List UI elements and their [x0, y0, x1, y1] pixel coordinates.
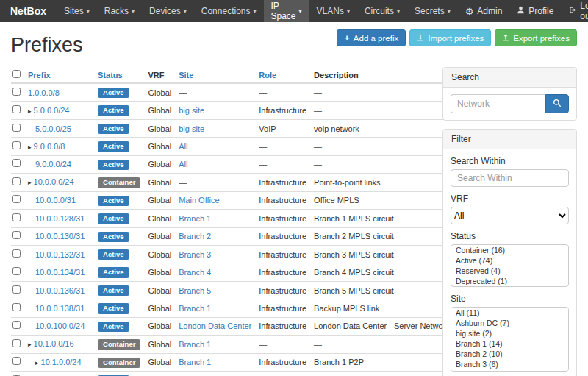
- row-checkbox[interactable]: [12, 267, 21, 275]
- listbox-option[interactable]: Reserved (4): [451, 266, 568, 276]
- column-header-prefix[interactable]: Prefix: [28, 71, 51, 79]
- status-badge: Active: [98, 160, 129, 170]
- search-input[interactable]: [451, 94, 545, 113]
- site-link[interactable]: Branch 1: [179, 214, 211, 223]
- role-cell: VoIP: [255, 119, 310, 137]
- row-checkbox[interactable]: [12, 177, 21, 185]
- nav-item-vlans[interactable]: VLANs▾: [309, 0, 357, 22]
- site-listbox[interactable]: All (11)Ashburn DC (7)big site (2)Branch…: [451, 307, 569, 372]
- brand-link[interactable]: NetBox: [0, 0, 57, 22]
- column-header-role[interactable]: Role: [259, 71, 276, 79]
- navbar: NetBox Sites▾Racks▾Devices▾Connections▾I…: [0, 0, 588, 22]
- row-checkbox[interactable]: [12, 159, 21, 167]
- export-prefixes-button[interactable]: Export prefixes: [495, 29, 577, 46]
- row-checkbox[interactable]: [12, 141, 21, 149]
- listbox-option[interactable]: Deprecated (1): [451, 276, 568, 286]
- search-within-input[interactable]: [451, 169, 569, 187]
- listbox-option[interactable]: Branch 4 (12): [451, 369, 568, 372]
- prefix-link[interactable]: 10.0.100.0/24: [35, 322, 85, 330]
- nav-item-ip-space[interactable]: IP Space▾: [264, 0, 309, 22]
- site-link[interactable]: London Data Center: [179, 322, 251, 330]
- nav-logout[interactable]: Log out: [561, 0, 588, 22]
- prefix-link[interactable]: 9.0.0.0/24: [35, 160, 71, 169]
- prefix-link[interactable]: 9.0.0.0/8: [34, 142, 65, 151]
- nav-item-circuits[interactable]: Circuits▾: [357, 0, 407, 22]
- site-link[interactable]: Branch 5: [179, 286, 211, 295]
- site-link[interactable]: Branch 2: [179, 232, 211, 241]
- table-row: ▸10.1.0.0/25 Active Global Branch 1 — —: [11, 372, 453, 376]
- select-all-checkbox[interactable]: [12, 70, 21, 78]
- caret-down-icon: ▾: [132, 8, 135, 15]
- listbox-option[interactable]: Ashburn DC (7): [451, 318, 568, 328]
- site-link[interactable]: Main Office: [179, 196, 219, 205]
- description-cell: —: [310, 102, 453, 119]
- role-cell: —: [255, 372, 310, 376]
- prefix-link[interactable]: 5.0.0.0/24: [34, 106, 70, 115]
- prefix-link[interactable]: 10.0.0.128/31: [35, 214, 85, 223]
- site-link[interactable]: Branch 1: [179, 304, 211, 313]
- column-header-site[interactable]: Site: [179, 71, 193, 79]
- nav-item-label: Connections: [201, 6, 251, 16]
- site-link[interactable]: Branch 3: [179, 250, 211, 259]
- site-link[interactable]: big site: [179, 106, 204, 115]
- site-cell: Branch 5: [175, 281, 255, 299]
- row-checkbox[interactable]: [12, 124, 21, 132]
- prefix-link[interactable]: 10.0.0.134/31: [35, 268, 85, 277]
- row-checkbox[interactable]: [12, 303, 21, 311]
- table-row: 10.0.0.136/31 Active Global Branch 5 Inf…: [11, 281, 453, 299]
- prefix-link[interactable]: 10.0.0.0/31: [35, 196, 76, 205]
- site-cell: Main Office: [175, 191, 255, 209]
- site-link[interactable]: All: [179, 142, 187, 151]
- import-prefixes-button[interactable]: Import prefixes: [409, 29, 491, 46]
- site-link[interactable]: All: [179, 160, 187, 169]
- nav-item-label: Circuits: [365, 6, 394, 16]
- listbox-option[interactable]: Branch 1 (14): [451, 338, 568, 349]
- nav-item-secrets[interactable]: Secrets▾: [407, 0, 458, 22]
- row-checkbox[interactable]: [12, 285, 21, 294]
- nav-item-connections[interactable]: Connections▾: [194, 0, 264, 22]
- status-listbox[interactable]: Container (16)Active (74)Reserved (4)Dep…: [451, 244, 569, 287]
- site-link[interactable]: Branch 4: [179, 268, 211, 277]
- listbox-option[interactable]: Active (74): [451, 255, 568, 266]
- listbox-option[interactable]: All (11): [451, 308, 568, 318]
- vrf-select[interactable]: All: [451, 207, 569, 224]
- listbox-option[interactable]: Branch 3 (6): [451, 359, 568, 369]
- status-badge: Container: [98, 339, 140, 350]
- search-button[interactable]: [545, 94, 569, 113]
- column-header-status[interactable]: Status: [98, 71, 123, 79]
- site-link[interactable]: Branch 1: [179, 358, 211, 366]
- description-cell: Branch 3 MPLS circuit: [310, 245, 453, 263]
- nav-item-sites[interactable]: Sites▾: [57, 0, 97, 22]
- row-checkbox[interactable]: [12, 195, 21, 203]
- row-checkbox[interactable]: [12, 213, 21, 221]
- listbox-option[interactable]: Branch 2 (10): [451, 349, 568, 359]
- site-link[interactable]: big site: [179, 124, 204, 133]
- listbox-option[interactable]: Container (16): [451, 245, 568, 255]
- prefix-link[interactable]: 10.0.0.136/31: [35, 286, 85, 295]
- prefix-link[interactable]: 10.1.0.0/24: [41, 358, 82, 366]
- vrf-label: VRF: [451, 194, 569, 204]
- vrf-cell: Global: [144, 336, 175, 353]
- prefix-link[interactable]: 5.0.0.0/25: [35, 124, 71, 133]
- site-link[interactable]: Branch 1: [179, 340, 211, 349]
- prefix-link[interactable]: 10.1.0.0/16: [34, 339, 74, 348]
- row-checkbox[interactable]: [12, 249, 21, 258]
- nav-profile[interactable]: Profile: [509, 0, 561, 22]
- prefix-link[interactable]: 10.0.0.130/31: [35, 232, 85, 241]
- row-checkbox[interactable]: [12, 339, 21, 347]
- row-checkbox[interactable]: [12, 231, 21, 239]
- row-checkbox[interactable]: [12, 321, 21, 329]
- nav-item-devices[interactable]: Devices▾: [142, 0, 194, 22]
- nav-item-racks[interactable]: Racks▾: [97, 0, 142, 22]
- prefix-link[interactable]: 1.0.0.0/8: [28, 88, 60, 97]
- row-checkbox[interactable]: [12, 88, 21, 96]
- prefix-link[interactable]: 10.0.0.132/31: [35, 250, 85, 259]
- listbox-option[interactable]: big site (2): [451, 328, 568, 338]
- prefix-link[interactable]: 10.0.0.138/31: [35, 304, 85, 313]
- row-checkbox[interactable]: [12, 105, 21, 113]
- add-prefix-button[interactable]: + Add a prefix: [337, 29, 406, 46]
- import-prefixes-label: Import prefixes: [428, 34, 484, 43]
- row-checkbox[interactable]: [12, 357, 21, 365]
- nav-admin[interactable]: ⚙ Admin: [458, 0, 510, 22]
- prefix-link[interactable]: 10.0.0.0/24: [34, 177, 74, 186]
